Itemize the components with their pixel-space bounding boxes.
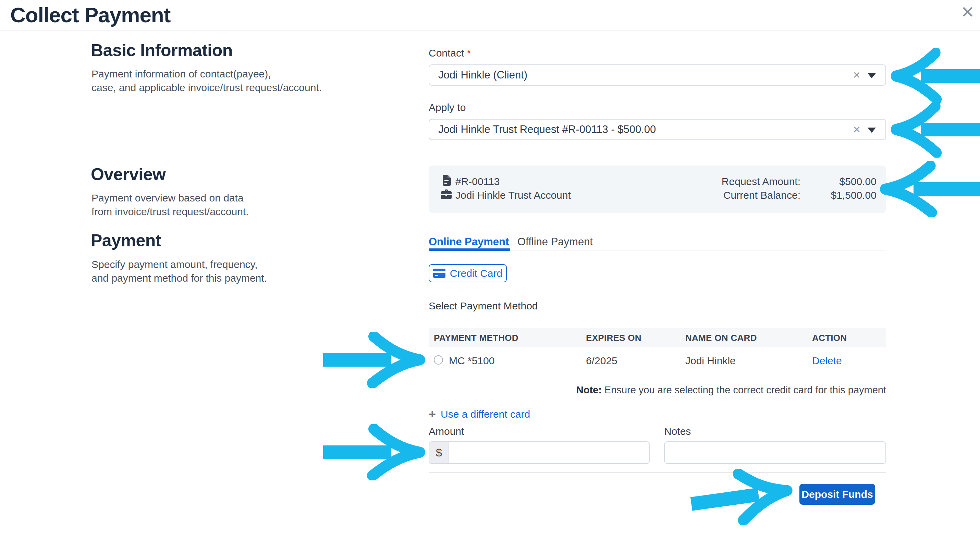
use-different-card-button[interactable]: + Use a different card <box>429 408 530 420</box>
current-balance-label: Current Balance: <box>723 189 800 201</box>
amount-label: Amount <box>429 426 464 437</box>
request-amount-label: Request Amount: <box>722 176 800 187</box>
section-desc-overview: Payment overview based on data from invo… <box>91 191 249 219</box>
contact-label: Contact* <box>429 47 471 59</box>
section-title-payment: Payment <box>91 230 161 251</box>
modal-header: Collect Payment ✕ <box>0 0 980 31</box>
delete-card-link[interactable]: Delete <box>812 355 842 367</box>
request-amount-value: $500.00 <box>840 176 877 187</box>
col-header-name-on-card: NAME ON CARD <box>685 333 757 343</box>
tab-offline-payment[interactable]: Offline Payment <box>517 236 593 248</box>
cell-payment-method: MC *5100 <box>449 355 495 367</box>
cell-expires-on: 6/2025 <box>586 355 617 367</box>
section-title-overview: Overview <box>91 164 165 184</box>
notes-input[interactable] <box>671 443 881 462</box>
annotation-arrow-overview-box <box>879 161 980 217</box>
notes-label: Notes <box>664 426 691 437</box>
chevron-down-icon[interactable] <box>868 73 876 78</box>
current-balance-value: $1,500.00 <box>831 189 877 201</box>
credit-card-method-button[interactable]: Credit Card <box>429 264 507 282</box>
deposit-funds-button[interactable]: Deposit Funds <box>799 484 875 505</box>
notes-field <box>664 442 886 464</box>
section-desc-payment: Specify payment amount, frequency, and p… <box>91 258 267 285</box>
contact-select[interactable]: Jodi Hinkle (Client) ✕ <box>429 64 886 86</box>
trust-account-name: Jodi Hinkle Trust Account <box>455 189 571 201</box>
trust-account-briefcase-icon <box>441 189 452 199</box>
col-header-expires-on: EXPIRES ON <box>586 333 641 343</box>
annotation-arrow-apply-to <box>890 102 980 157</box>
trust-request-doc-icon <box>442 175 451 186</box>
card-radio-button[interactable] <box>434 355 443 365</box>
tab-online-payment[interactable]: Online Payment <box>429 236 509 248</box>
annotation-arrow-payment-method <box>323 332 426 388</box>
amount-input[interactable] <box>453 443 645 462</box>
credit-card-button-label: Credit Card <box>450 268 502 279</box>
apply-to-label: Apply to <box>429 102 466 113</box>
request-number: #R-00113 <box>455 176 500 187</box>
section-desc-basic-information: Payment information of contact(payee), c… <box>91 67 322 95</box>
clear-icon[interactable]: ✕ <box>853 124 861 135</box>
overview-summary-box: #R-00113 Jodi Hinkle Trust Account Reque… <box>429 165 886 213</box>
credit-card-icon <box>433 268 445 278</box>
contact-select-value: Jodi Hinkle (Client) <box>438 69 527 81</box>
annotation-arrow-contact <box>890 48 980 104</box>
plus-icon: + <box>429 409 436 419</box>
deposit-funds-label: Deposit Funds <box>802 489 873 500</box>
col-header-action: ACTION <box>812 333 847 343</box>
chevron-down-icon[interactable] <box>868 128 876 133</box>
amount-field: $ <box>429 442 650 464</box>
col-header-payment-method: PAYMENT METHOD <box>434 333 519 343</box>
required-asterisk: * <box>467 47 471 59</box>
note-label: Note: <box>576 384 602 395</box>
cell-name-on-card: Jodi Hinkle <box>685 355 736 367</box>
collect-payment-modal: Collect Payment ✕ Basic Information Paym… <box>0 0 980 540</box>
annotation-arrow-amount <box>323 424 426 480</box>
use-different-card-label: Use a different card <box>441 408 530 420</box>
apply-to-select[interactable]: Jodi Hinkle Trust Request #R-00113 - $50… <box>429 119 886 140</box>
section-title-basic-information: Basic Information <box>91 40 233 60</box>
page-title: Collect Payment <box>10 3 170 27</box>
close-icon[interactable]: ✕ <box>961 2 975 22</box>
active-tab-indicator <box>429 248 510 251</box>
currency-prefix: $ <box>430 442 449 463</box>
clear-icon[interactable]: ✕ <box>853 70 861 81</box>
select-payment-method-label: Select Payment Method <box>429 300 538 312</box>
footer-divider <box>429 472 886 473</box>
apply-to-select-value: Jodi Hinkle Trust Request #R-00113 - $50… <box>438 123 656 136</box>
note-text: Note: Ensure you are selecting the corre… <box>429 384 886 396</box>
